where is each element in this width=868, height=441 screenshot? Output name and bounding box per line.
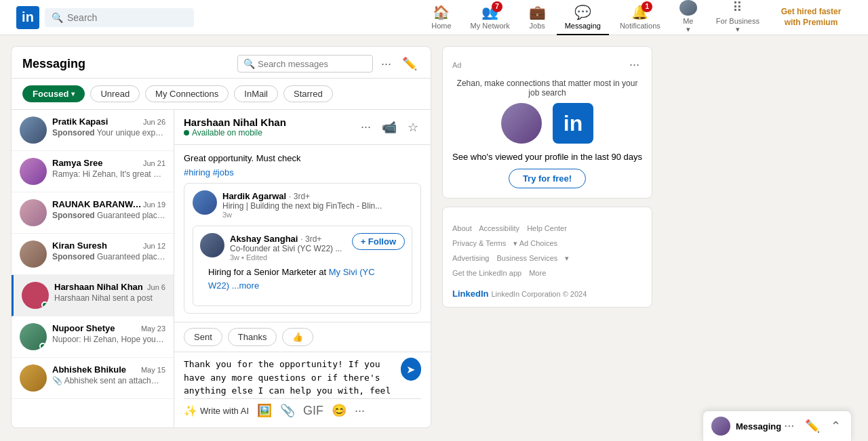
sponsored-label: Sponsored	[52, 128, 95, 138]
try-free-button[interactable]: Try for free!	[509, 169, 586, 188]
star-icon[interactable]: ☆	[405, 119, 421, 136]
inner-author-degree: · 3rd+	[300, 234, 321, 244]
nav-items: 🏠 Home 👥7 My Network 💼 Jobs 💬 Messaging …	[423, 0, 852, 35]
compose-textarea[interactable]: Thank you for the opportunity! If you ha…	[184, 358, 395, 398]
conversation-header: Harshaan Nihal Khan Available on mobile …	[174, 110, 431, 145]
nav-premium[interactable]: Get hired faster with Premium	[770, 7, 852, 28]
quick-replies: Sent Thanks 👍	[174, 322, 431, 352]
more-toolbar-icon[interactable]: ···	[355, 404, 365, 418]
footer-ad-choices[interactable]: Ad Choices	[519, 239, 557, 247]
list-item[interactable]: Pratik Kapasi Jun 26 Sponsored Your uniq…	[12, 110, 174, 151]
list-item-active[interactable]: Harshaan Nihal Khan Jun 6 Harshaan Nihal…	[12, 275, 174, 316]
footer-app[interactable]: Get the LinkedIn app	[452, 269, 521, 277]
message-preview: Nupoor: Hi Zehan, Hope you are doing wel…	[52, 335, 165, 344]
quick-reply-thanks[interactable]: Thanks	[228, 328, 277, 346]
write-with-ai-btn[interactable]: ✨ Write with AI	[184, 404, 249, 417]
me-avatar	[679, 0, 697, 16]
message-search-input[interactable]	[258, 59, 367, 69]
video-call-icon[interactable]: 📹	[379, 119, 399, 136]
filter-unread[interactable]: Unread	[90, 85, 140, 102]
bottom-messaging-widget: Messaging ··· ✏️ ⌃	[703, 411, 852, 439]
search-icon: 🔍	[52, 12, 63, 23]
filter-my-connections[interactable]: My Connections	[145, 85, 229, 102]
more-options-icon[interactable]: ···	[358, 119, 374, 135]
post-author-info: Hardik Agarwal · 3rd+ Hiring | Building …	[222, 190, 412, 219]
message-preview: Harshaan Nihal sent a post	[54, 293, 165, 303]
footer-advertising[interactable]: Advertising	[452, 254, 489, 262]
grid-icon: ⠿	[732, 0, 743, 16]
footer-privacy[interactable]: Privacy & Terms	[452, 239, 506, 247]
list-item[interactable]: RAUNAK BARANWAL Jun 19 Sponsored Guarant…	[12, 192, 174, 234]
follow-button[interactable]: + Follow	[352, 233, 405, 250]
messaging-panel: Messaging 🔍 ··· ✏️ Focused ▾ Unread My C…	[11, 46, 431, 428]
inner-post-avatar	[200, 233, 224, 257]
nav-notifications-label: Notifications	[620, 22, 660, 30]
message-hashtags: #hiring #jobs	[184, 167, 421, 177]
emoji-icon[interactable]: 😊	[332, 403, 347, 418]
footer-about[interactable]: About	[452, 224, 472, 232]
search-bar[interactable]: 🔍	[45, 8, 194, 27]
nav-jobs[interactable]: 💼 Jobs	[521, 0, 554, 35]
filter-focused[interactable]: Focused ▾	[22, 85, 85, 102]
quick-reply-thumbs[interactable]: 👍	[282, 328, 313, 346]
compose-btn[interactable]: ✏️	[399, 55, 420, 72]
message-list: Pratik Kapasi Jun 26 Sponsored Your uniq…	[12, 110, 174, 427]
ad-card: Ad ··· Zehan, make connections that matt…	[442, 46, 652, 198]
image-icon[interactable]: 🖼️	[257, 403, 272, 418]
avatar	[20, 364, 47, 392]
message-item-content: Ramya Sree Jun 21 Ramya: Hi Zehan, It's …	[52, 158, 165, 179]
more-link[interactable]: ...more	[232, 280, 259, 291]
nav-home[interactable]: 🏠 Home	[423, 0, 459, 35]
nav-me[interactable]: Me ▾	[671, 0, 705, 35]
messaging-header-right: 🔍 ··· ✏️	[237, 55, 420, 72]
nav-notifications[interactable]: 🔔1 Notifications	[612, 0, 669, 35]
footer-card: About Accessibility Help Center Privacy …	[442, 207, 652, 308]
footer-business-services[interactable]: Business Services	[496, 254, 557, 262]
filter-starred[interactable]: Starred	[283, 85, 333, 102]
send-button[interactable]: ➤	[401, 358, 421, 381]
bottom-more-icon[interactable]: ···	[781, 417, 797, 435]
nav-messaging[interactable]: 💬 Messaging	[557, 0, 609, 35]
gif-icon[interactable]: GIF	[303, 404, 323, 418]
post-author-name: Hardik Agarwal	[222, 191, 286, 201]
footer-more[interactable]: More	[529, 269, 546, 277]
list-item[interactable]: Ramya Sree Jun 21 Ramya: Hi Zehan, It's …	[12, 151, 174, 192]
right-sidebar: Ad ··· Zehan, make connections that matt…	[442, 46, 652, 428]
notifications-badge: 1	[642, 1, 652, 12]
list-item[interactable]: Abhishek Bhikule May 15 📎 Abhishek sent …	[12, 358, 174, 399]
message-item-content: Nupoor Shetye May 23 Nupoor: Hi Zehan, H…	[52, 323, 165, 344]
post-time: 3w	[222, 211, 412, 219]
nav-network-label: My Network	[471, 22, 510, 30]
nav-network[interactable]: 👥7 My Network	[462, 0, 518, 35]
inner-post-time: 3w • Edited	[230, 253, 347, 261]
linkedin-logo[interactable]: in	[16, 6, 39, 29]
message-item-content: Kiran Suresh Jun 12 Sponsored Guaranteed…	[52, 240, 165, 261]
list-item[interactable]: Nupoor Shetye May 23 Nupoor: Hi Zehan, H…	[12, 316, 174, 358]
ad-options-icon[interactable]: ···	[627, 56, 642, 73]
footer-accessibility[interactable]: Accessibility	[479, 224, 519, 232]
bottom-collapse-icon[interactable]: ⌃	[828, 417, 844, 435]
nav-messaging-label: Messaging	[565, 22, 601, 30]
footer-help-center[interactable]: Help Center	[527, 224, 567, 232]
home-icon: 🏠	[433, 4, 450, 20]
ad-text: See who's viewed your profile in the las…	[452, 152, 642, 162]
search-icon-msg: 🔍	[243, 58, 255, 69]
nav-business[interactable]: ⠿ For Business ▾	[708, 0, 768, 35]
more-options-btn[interactable]: ···	[378, 56, 394, 72]
conversation-messages: Great opportunity. Must check #hiring #j…	[174, 145, 431, 322]
attachment-icon[interactable]: 📎	[280, 403, 295, 418]
conversation-status: Available on mobile	[184, 128, 286, 138]
bottom-compose-icon[interactable]: ✏️	[802, 417, 823, 435]
messaging-body: Pratik Kapasi Jun 26 Sponsored Your uniq…	[12, 110, 431, 427]
list-item[interactable]: Kiran Suresh Jun 12 Sponsored Guaranteed…	[12, 234, 174, 275]
message-preview: Sponsored Your unique experience is a fi…	[52, 128, 165, 138]
quick-reply-sent[interactable]: Sent	[184, 328, 222, 346]
nav-me-label: Me	[683, 17, 693, 25]
filter-inmail[interactable]: InMail	[234, 85, 278, 102]
message-search-bar[interactable]: 🔍	[237, 55, 373, 72]
avatar	[20, 240, 47, 268]
post-author-title: Hiring | Building the next big FinTech -…	[222, 201, 412, 211]
messaging-title: Messaging	[22, 57, 85, 71]
search-input[interactable]	[67, 12, 187, 23]
compose-toolbar: ✨ Write with AI 🖼️ 📎 GIF 😊 ···	[184, 398, 421, 422]
